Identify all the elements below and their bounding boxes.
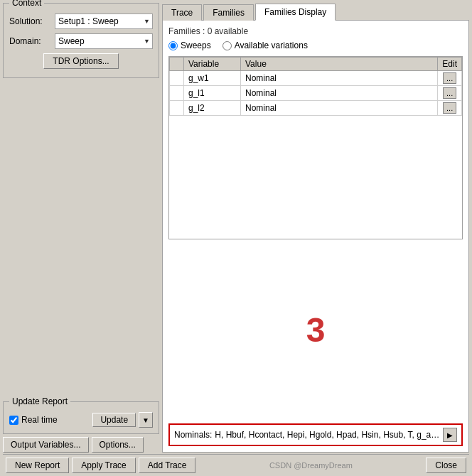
realtime-checkbox-label[interactable]: Real time xyxy=(9,415,58,425)
domain-select[interactable]: Sweep xyxy=(55,33,153,49)
families-header: Families : 0 available xyxy=(168,26,463,36)
row-check xyxy=(170,86,184,101)
edit-button[interactable]: ... xyxy=(443,72,456,84)
edit-button[interactable]: ... xyxy=(443,87,456,99)
nominals-arrow-button[interactable]: ▶ xyxy=(443,428,457,442)
nominals-value: H, Hbuf, Hcontact, Hepi, Hgold, Hpad, Hs… xyxy=(215,430,440,440)
tab-families-display[interactable]: Families Display xyxy=(255,4,336,21)
apply-trace-button[interactable]: Apply Trace xyxy=(72,458,135,473)
update-report-legend: Update Report xyxy=(9,396,70,406)
tab-trace[interactable]: Trace xyxy=(162,4,202,21)
row-edit[interactable]: ... xyxy=(438,86,462,101)
update-report-group: Update Report Real time Update ▼ xyxy=(3,401,159,434)
bottom-bar: New Report Apply Trace Add Trace CSDN @D… xyxy=(3,454,469,473)
add-trace-button[interactable]: Add Trace xyxy=(139,458,196,473)
update-dropdown-button[interactable]: ▼ xyxy=(139,412,153,428)
sweeps-radio-text: Sweeps xyxy=(181,40,211,50)
tdr-options-button[interactable]: TDR Options... xyxy=(43,53,118,69)
row-edit[interactable]: ... xyxy=(438,71,462,86)
tab-families[interactable]: Families xyxy=(203,4,254,21)
tabs-bar: Trace Families Families Display xyxy=(162,3,469,20)
row-variable: g_l2 xyxy=(184,101,241,116)
realtime-label: Real time xyxy=(21,415,58,425)
tab-content: Families : 0 available Sweeps Available … xyxy=(162,20,469,453)
options-button[interactable]: Options... xyxy=(92,437,144,453)
families-table-container: Variable Value Edit g_w1 Nominal ... g_l… xyxy=(168,56,463,239)
table-row: g_w1 Nominal ... xyxy=(170,71,462,86)
edit-button[interactable]: ... xyxy=(443,102,456,114)
variations-radio[interactable] xyxy=(222,41,232,50)
table-row: g_l1 Nominal ... xyxy=(170,86,462,101)
watermark: CSDN @DreamyDream xyxy=(198,461,423,470)
close-button[interactable]: Close xyxy=(426,458,466,473)
sweeps-radio[interactable] xyxy=(168,41,178,50)
row-variable: g_w1 xyxy=(184,71,241,86)
table-row: g_l2 Nominal ... xyxy=(170,101,462,116)
row-value: Nominal xyxy=(241,71,438,86)
solution-label: Solution: xyxy=(9,16,52,26)
families-table: Variable Value Edit g_w1 Nominal ... g_l… xyxy=(169,57,462,116)
domain-select-wrapper[interactable]: Sweep xyxy=(55,33,153,49)
row-value: Nominal xyxy=(241,101,438,116)
row-variable: g_l1 xyxy=(184,86,241,101)
variations-radio-label[interactable]: Available variations xyxy=(222,40,308,50)
domain-label: Domain: xyxy=(9,36,52,46)
realtime-checkbox[interactable] xyxy=(9,416,18,425)
nominals-label: Nominals: xyxy=(174,430,212,440)
output-variables-button[interactable]: Output Variables... xyxy=(3,437,89,453)
sweeps-radio-label[interactable]: Sweeps xyxy=(168,40,211,50)
solution-select[interactable]: Setup1 : Sweep xyxy=(55,13,153,29)
row-check xyxy=(170,101,184,116)
row-edit[interactable]: ... xyxy=(438,101,462,116)
col-header-check xyxy=(170,58,184,71)
content-area: 3 xyxy=(168,239,463,421)
content-number: 3 xyxy=(306,310,326,350)
solution-select-wrapper[interactable]: Setup1 : Sweep xyxy=(55,13,153,29)
radio-group: Sweeps Available variations xyxy=(168,40,463,50)
row-value: Nominal xyxy=(241,86,438,101)
col-header-edit: Edit xyxy=(438,58,462,71)
row-check xyxy=(170,71,184,86)
new-report-button[interactable]: New Report xyxy=(6,458,69,473)
context-group: Context Solution: Setup1 : Sweep Domain: xyxy=(3,3,159,78)
context-legend: Context xyxy=(9,0,44,8)
col-header-value: Value xyxy=(241,58,438,71)
variations-radio-text: Available variations xyxy=(235,40,308,50)
nominals-bar: Nominals: H, Hbuf, Hcontact, Hepi, Hgold… xyxy=(168,423,463,446)
update-button[interactable]: Update xyxy=(92,413,136,427)
col-header-variable: Variable xyxy=(184,58,241,71)
